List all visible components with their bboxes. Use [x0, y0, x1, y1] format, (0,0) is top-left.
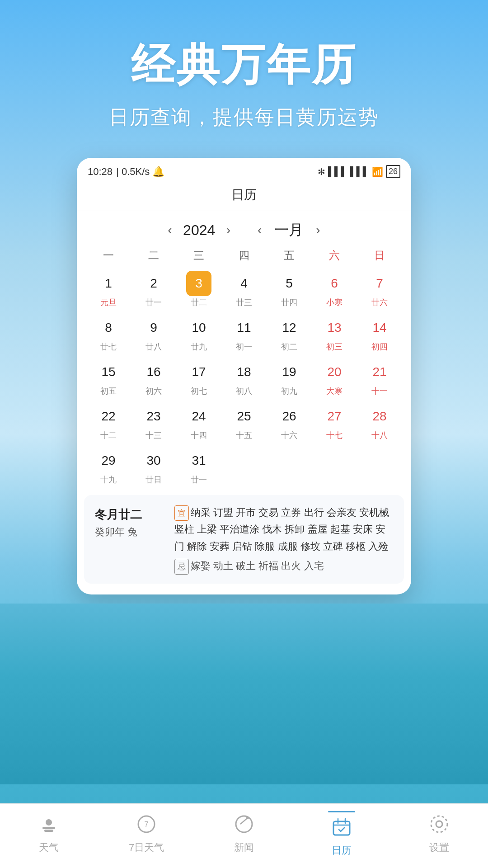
calendar-day-17[interactable]: 17初七	[176, 357, 221, 399]
inauspicious-row: 忌嫁娶 动土 破土 祈福 出火 入宅	[174, 557, 393, 574]
nav-7day-label: 7日天气	[129, 841, 164, 854]
inauspicious-text: 嫁娶 动土 破土 祈福 出火 入宅	[191, 560, 324, 571]
month-nav: ‹ 一月 ›	[258, 220, 320, 240]
calendar-day-24[interactable]: 24十四	[176, 401, 221, 443]
info-left: 冬月廿二 癸卯年 兔	[95, 504, 167, 575]
auspicious-badge: 宜	[174, 505, 189, 521]
calendar-day-18[interactable]: 18初八	[221, 357, 267, 399]
month-label: 一月	[271, 220, 307, 240]
calendar-day-13[interactable]: 13初三	[312, 312, 357, 355]
calendar-day-25[interactable]: 25十五	[221, 401, 267, 443]
calendar-day-29[interactable]: 29十九	[86, 445, 131, 488]
calendar-day-2[interactable]: 2廿一	[131, 268, 176, 311]
wifi-icon: 📶	[372, 166, 383, 177]
calendar-day-21[interactable]: 21十一	[357, 357, 402, 399]
ocean-background	[0, 604, 488, 784]
nav-7day[interactable]: 7 7日天气	[115, 814, 178, 854]
nav-weather[interactable]: 天气	[17, 814, 80, 854]
month-next-button[interactable]: ›	[316, 223, 320, 237]
svg-point-5	[236, 816, 252, 832]
nav-settings-label: 设置	[429, 841, 449, 854]
nav-weather-label: 天气	[39, 841, 59, 854]
year-next-button[interactable]: ›	[226, 223, 230, 237]
year-nav: ‹ 2024 ›	[168, 222, 230, 239]
calendar-day-3[interactable]: 3廿二	[176, 268, 221, 311]
info-row: 冬月廿二 癸卯年 兔 宜纳采 订盟 开市 交易 立券 出行 会亲友 安机械 竖柱…	[95, 504, 393, 575]
calendar-day-8[interactable]: 8廿七	[86, 312, 131, 355]
calendar-day-10[interactable]: 10廿九	[176, 312, 221, 355]
nav-calendar[interactable]: 日历	[310, 811, 373, 857]
time: 10:28	[88, 166, 113, 178]
weekday-mon: 一	[86, 245, 131, 266]
calendar-day-31[interactable]: 31廿一	[176, 445, 221, 488]
weekday-thu: 四	[221, 245, 267, 266]
inauspicious-badge: 忌	[174, 559, 189, 575]
calendar-day-9[interactable]: 9廿八	[131, 312, 176, 355]
nav-news-label: 新闻	[234, 841, 254, 854]
calendar-day-15[interactable]: 15初五	[86, 357, 131, 399]
calendar-day-28[interactable]: 28十八	[357, 401, 402, 443]
calendar-icon	[332, 817, 352, 841]
calendar-day-12[interactable]: 12初二	[267, 312, 312, 355]
svg-point-12	[436, 821, 442, 827]
calendar-title: 日历	[77, 182, 411, 211]
bluetooth-icon: ✻	[318, 166, 325, 177]
calendar-day-14[interactable]: 14初四	[357, 312, 402, 355]
7day-icon: 7	[136, 814, 156, 838]
svg-rect-2	[44, 830, 53, 832]
month-prev-button[interactable]: ‹	[258, 223, 262, 237]
lunar-date-label: 冬月廿二	[95, 506, 167, 524]
bottom-nav: 天气 7 7日天气 新闻	[0, 803, 488, 868]
weekday-sat: 六	[312, 245, 357, 266]
calendar-day-16[interactable]: 16初六	[131, 357, 176, 399]
calendar-empty-3	[357, 445, 402, 488]
weekday-tue: 二	[131, 245, 176, 266]
status-left: 10:28 | 0.5K/s 🔔	[88, 166, 164, 178]
calendar-day-26[interactable]: 26十六	[267, 401, 312, 443]
weather-icon	[39, 814, 59, 838]
auspicious-row: 宜纳采 订盟 开市 交易 立券 出行 会亲友 安机械 竖柱 上梁 平治道涂 伐木…	[174, 504, 393, 555]
day-headers: 一 二 三 四 五 六 日	[77, 245, 411, 266]
calendar-day-7[interactable]: 7廿六	[357, 268, 402, 311]
signal-icon: ▌▌▌	[328, 166, 347, 177]
calendar-empty-0	[221, 445, 267, 488]
nav-settings[interactable]: 设置	[408, 814, 471, 854]
hero-title: 经典万年历	[18, 36, 470, 95]
calendar-day-5[interactable]: 5廿四	[267, 268, 312, 311]
svg-text:7: 7	[145, 821, 149, 828]
calendar-day-27[interactable]: 27十七	[312, 401, 357, 443]
lunar-year-label: 癸卯年 兔	[95, 525, 167, 539]
nav-calendar-label: 日历	[332, 844, 352, 857]
calendar-day-1[interactable]: 1元旦	[86, 268, 131, 311]
calendar-day-6[interactable]: 6小寒	[312, 268, 357, 311]
calendar-day-11[interactable]: 11初一	[221, 312, 267, 355]
hero-subtitle: 日历查询，提供每日黄历运势	[18, 104, 470, 131]
year-label: 2024	[181, 222, 217, 239]
weekday-fri: 五	[267, 245, 312, 266]
calendar-day-23[interactable]: 23十三	[131, 401, 176, 443]
svg-point-13	[431, 816, 447, 832]
calendar-grid: 1元旦2廿一3廿二4廿三5廿四6小寒7廿六8廿七9廿八10廿九11初一12初二1…	[77, 268, 411, 488]
svg-line-6	[240, 818, 248, 824]
svg-point-0	[46, 819, 52, 826]
calendar-day-19[interactable]: 19初九	[267, 357, 312, 399]
calendar-empty-2	[312, 445, 357, 488]
calendar-day-30[interactable]: 30廿日	[131, 445, 176, 488]
weekday-wed: 三	[176, 245, 221, 266]
calendar-day-4[interactable]: 4廿三	[221, 268, 267, 311]
nav-news[interactable]: 新闻	[212, 814, 276, 854]
svg-point-7	[246, 816, 249, 819]
calendar-empty-1	[267, 445, 312, 488]
weekday-sun: 日	[357, 245, 402, 266]
year-prev-button[interactable]: ‹	[168, 223, 172, 237]
speed: | 0.5K/s 🔔	[116, 166, 164, 178]
battery-icon: 26	[386, 165, 400, 178]
info-right: 宜纳采 订盟 开市 交易 立券 出行 会亲友 安机械 竖柱 上梁 平治道涂 伐木…	[174, 504, 393, 575]
news-icon	[234, 814, 254, 838]
phone-card: 10:28 | 0.5K/s 🔔 ✻ ▌▌▌ ▌▌▌ 📶 26 日历 ‹ 202…	[77, 158, 411, 594]
calendar-day-22[interactable]: 22十二	[86, 401, 131, 443]
hero-section: 经典万年历 日历查询，提供每日黄历运势	[0, 0, 488, 149]
calendar-day-20[interactable]: 20大寒	[312, 357, 357, 399]
info-section: 冬月廿二 癸卯年 兔 宜纳采 订盟 开市 交易 立券 出行 会亲友 安机械 竖柱…	[84, 495, 404, 584]
settings-icon	[429, 814, 449, 838]
